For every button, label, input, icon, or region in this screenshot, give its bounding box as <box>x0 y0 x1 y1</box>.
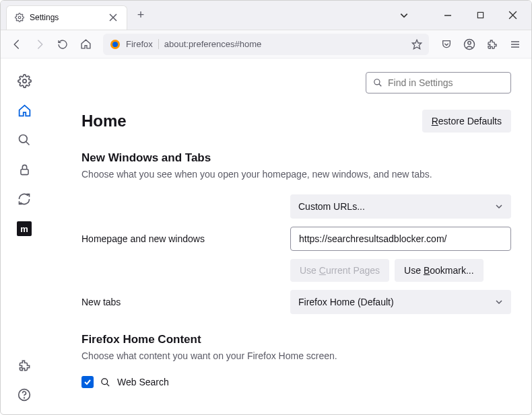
web-search-label: Web Search <box>117 377 169 387</box>
chevron-down-icon[interactable] <box>399 11 409 20</box>
sidebar: m <box>1 59 48 414</box>
sidebar-item-more[interactable]: m <box>17 221 32 236</box>
svg-point-12 <box>374 79 380 85</box>
account-button[interactable] <box>460 35 479 54</box>
bookmark-star-icon[interactable] <box>411 39 422 50</box>
m-icon: m <box>17 221 32 236</box>
back-button[interactable] <box>7 35 26 54</box>
sidebar-item-general[interactable] <box>17 73 32 88</box>
section-description: Choose what content you want on your Fir… <box>81 350 511 361</box>
tab-title: Settings <box>30 13 102 22</box>
minimize-button[interactable] <box>434 5 461 26</box>
dropdown-value: Custom URLs... <box>298 201 365 212</box>
dropdown-value: Firefox Home (Default) <box>298 297 394 307</box>
content: m Home Restore Defaults New Windows and … <box>1 59 531 414</box>
firefox-home-content-section: Firefox Home Content Choose what content… <box>81 333 511 388</box>
web-search-checkbox[interactable] <box>81 376 94 388</box>
sidebar-item-extensions[interactable] <box>17 358 32 373</box>
use-bookmark-button[interactable]: Use Bookmark... <box>395 259 484 282</box>
search-icon <box>373 78 383 87</box>
newtabs-dropdown[interactable]: Firefox Home (Default) <box>290 290 511 314</box>
svg-point-6 <box>468 41 471 44</box>
svg-rect-9 <box>20 169 28 174</box>
sidebar-item-help[interactable] <box>17 387 32 402</box>
maximize-button[interactable] <box>467 5 494 26</box>
sidebar-item-home[interactable] <box>17 103 32 118</box>
homepage-dropdown[interactable]: Custom URLs... <box>290 194 511 219</box>
close-icon[interactable] <box>108 12 119 23</box>
reload-button[interactable] <box>53 35 72 54</box>
page-title: Home <box>81 112 127 130</box>
section-title: Firefox Home Content <box>81 333 511 346</box>
gear-icon <box>15 13 24 22</box>
sidebar-item-search[interactable] <box>17 133 32 147</box>
firefox-logo-icon <box>110 39 121 50</box>
pocket-button[interactable] <box>437 35 456 54</box>
svg-rect-1 <box>477 12 483 17</box>
search-icon <box>100 377 110 387</box>
forward-button[interactable] <box>30 35 49 54</box>
svg-marker-4 <box>412 40 421 48</box>
svg-point-13 <box>102 378 108 384</box>
svg-point-0 <box>18 16 21 19</box>
chevron-down-icon <box>495 298 503 306</box>
url-text: about:preferences#home <box>164 39 406 49</box>
newtabs-label: New tabs <box>81 297 277 307</box>
svg-point-3 <box>112 42 118 47</box>
chevron-down-icon <box>495 202 503 211</box>
section-title: New Windows and Tabs <box>81 151 511 165</box>
extensions-button[interactable] <box>483 35 502 54</box>
restore-defaults-button[interactable]: Restore Defaults <box>422 110 511 133</box>
browser-tab[interactable]: Settings <box>6 5 127 30</box>
svg-point-7 <box>22 79 26 82</box>
new-windows-tabs-section: New Windows and Tabs Choose what you see… <box>81 151 511 314</box>
url-bar[interactable]: Firefox about:preferences#home <box>103 34 429 55</box>
main-content: Home Restore Defaults New Windows and Ta… <box>48 59 531 414</box>
use-current-pages-button[interactable]: Use Current Pages <box>290 259 389 282</box>
settings-search-input[interactable] <box>388 77 506 88</box>
section-description: Choose what you see when you open your h… <box>81 169 511 180</box>
window-controls <box>399 5 526 26</box>
sidebar-item-privacy[interactable] <box>17 162 32 177</box>
settings-search[interactable] <box>366 72 511 93</box>
titlebar: Settings + <box>1 1 531 30</box>
homepage-url-input[interactable] <box>290 227 511 251</box>
firefox-label: Firefox <box>126 39 159 49</box>
new-tab-button[interactable]: + <box>131 6 150 25</box>
svg-point-11 <box>24 398 25 398</box>
close-window-button[interactable] <box>499 5 526 26</box>
homepage-label: Homepage and new windows <box>81 233 277 244</box>
svg-point-8 <box>20 135 28 143</box>
menu-button[interactable] <box>506 35 525 54</box>
home-button[interactable] <box>76 35 95 54</box>
sidebar-item-sync[interactable] <box>17 192 32 206</box>
navbar: Firefox about:preferences#home <box>1 30 531 59</box>
